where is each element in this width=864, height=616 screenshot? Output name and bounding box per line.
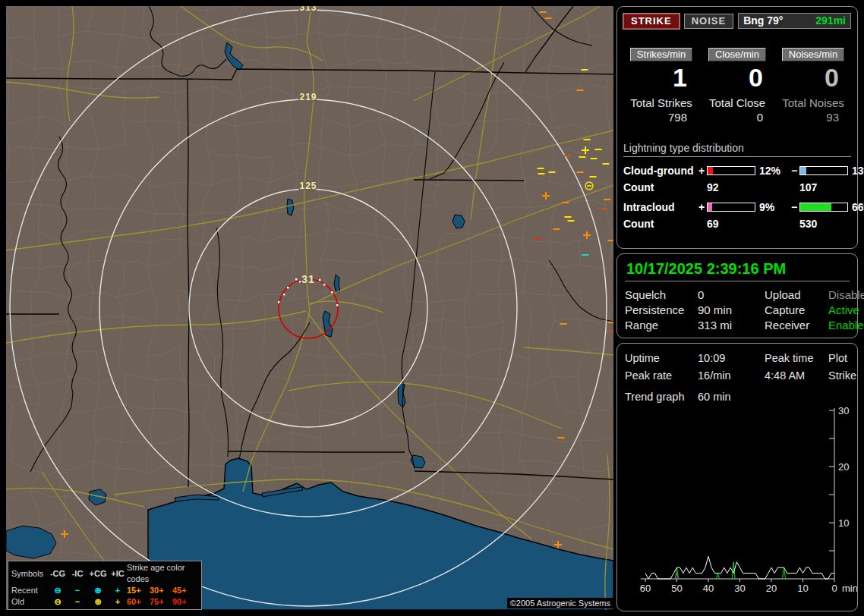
count-label: Count	[623, 218, 696, 230]
legend-glyph-neg-cg: ⊖	[48, 596, 68, 608]
legend-age-90: 90+	[172, 596, 195, 608]
noise-mode-button[interactable]: NOISE	[684, 14, 733, 29]
capture-label: Capture	[765, 303, 828, 318]
neg-cg-bar	[799, 166, 848, 175]
trend-chart: 1020306050403020100min	[625, 404, 857, 599]
capture-value: Active	[828, 303, 864, 318]
status-grid: Squelch 0 Upload Disabled Persistence 90…	[625, 288, 850, 333]
trend-graph-value: 60 min	[698, 391, 854, 403]
legend-age-label: Old	[11, 596, 48, 608]
total-strikes-label: Total Strikes	[623, 96, 699, 109]
trend-xtick-30: 30	[734, 583, 745, 594]
total-close-label: Total Close	[699, 96, 775, 109]
peak-time-value: 4:48 AM	[765, 367, 828, 385]
noises-per-min-button[interactable]: Noises/min	[782, 48, 844, 61]
strike-symbol	[549, 171, 556, 173]
legend-age-30: 30+	[150, 585, 172, 596]
peak-time-label: Peak time	[765, 350, 828, 367]
legend-age-title: Strike age color codes	[127, 562, 195, 585]
strike-symbol	[558, 437, 565, 438]
close-per-min-button[interactable]: Close/min	[708, 48, 766, 61]
total-noises-value: 93	[775, 111, 851, 124]
legend-row-old: Old⊖−⊕+60+75+90+	[11, 596, 198, 608]
strike-symbol	[538, 168, 544, 169]
strike-symbol	[564, 155, 571, 156]
strike-symbol	[560, 323, 567, 325]
strike-symbol	[590, 176, 597, 178]
bearing-distance: 291mi	[815, 14, 846, 27]
legend-col-neg-cg: -CG	[48, 568, 68, 580]
strike-mode-button[interactable]: STRIKE	[623, 14, 680, 29]
trend-xtick-50: 50	[671, 583, 682, 594]
status-panel: 10/17/2025 2:39:16 PM Squelch 0 Upload D…	[616, 253, 858, 338]
legend-glyph-pos-ic: +	[109, 596, 127, 608]
receiver-value: Enabled	[828, 318, 864, 333]
range-value: 313 mi	[698, 318, 765, 333]
strike-symbol	[577, 90, 584, 91]
trend-xtick-10: 10	[797, 583, 808, 594]
legend-glyph-pos-cg: ⊕	[87, 596, 109, 608]
peak-rate-label: Peak rate	[625, 367, 698, 385]
uptime-label: Uptime	[625, 350, 698, 367]
count-label: Count	[623, 181, 696, 193]
strike-symbol	[604, 199, 611, 200]
strike-symbol	[601, 208, 608, 209]
lightning-map[interactable]: 31321912531 Symbols -CG -IC +CG +IC Stri…	[6, 6, 613, 610]
distribution-title: Lightning type distribution	[623, 142, 851, 157]
bearing-readout: Bng 79° 291mi	[738, 13, 851, 29]
cloud-ground-count-row: Count 92 107	[623, 181, 851, 193]
bearing-label: Bng 79°	[743, 14, 783, 27]
plus-sign: +	[696, 165, 707, 177]
strike-symbol	[609, 331, 614, 332]
plus-sign: +	[696, 201, 707, 213]
legend-header: Symbols -CG -IC +CG +IC Strike age color…	[11, 562, 198, 585]
intracloud-label: Intracloud	[623, 201, 696, 213]
legend-glyph-pos-ic: +	[109, 585, 127, 596]
neg-ic-percent: 66%	[848, 201, 864, 213]
strike-symbol	[582, 254, 589, 256]
total-close-value: 0	[699, 111, 775, 124]
strike-symbol	[608, 240, 614, 241]
squelch-label: Squelch	[625, 288, 698, 303]
legend-col-neg-ic: -IC	[68, 568, 87, 580]
total-noises-label: Total Noises	[775, 96, 851, 109]
strike-symbol	[538, 173, 545, 174]
trend-x-unit: min	[842, 583, 857, 594]
legend-col-pos-ic: +IC	[109, 568, 127, 580]
strike-symbol	[591, 158, 598, 159]
legend-glyph-neg-ic: −	[68, 585, 87, 596]
neg-ic-count: 530	[799, 218, 848, 230]
strike-symbol	[579, 156, 586, 158]
strike-symbol	[563, 202, 569, 203]
cloud-ground-row: Cloud-ground + 12% − 13%	[623, 165, 851, 177]
plot-value: Strike	[828, 367, 856, 385]
map-canvas[interactable]: 31321912531	[6, 6, 613, 610]
trend-xtick-60: 60	[640, 583, 651, 594]
peak-rate-value: 16/min	[698, 367, 765, 385]
neg-cg-count: 107	[799, 181, 848, 193]
trend-graph-label: Trend graph	[625, 391, 698, 403]
legend-col-pos-cg: +CG	[87, 568, 109, 580]
minus-sign: −	[789, 165, 799, 177]
trend-ytick-30: 30	[838, 405, 849, 416]
pos-ic-count: 69	[707, 218, 755, 230]
strikes-per-min-button[interactable]: Strikes/min	[630, 48, 692, 61]
pos-ic-percent: 9%	[755, 201, 789, 213]
squelch-value: 0	[698, 288, 765, 303]
uptime-value: 10:09	[698, 350, 765, 367]
cloud-ground-label: Cloud-ground	[623, 165, 696, 177]
strike-symbol	[577, 171, 584, 173]
map-legend: Symbols -CG -IC +CG +IC Strike age color…	[8, 561, 202, 610]
trend-xtick-20: 20	[766, 583, 777, 594]
intracloud-row: Intracloud + 9% − 66%	[623, 201, 851, 213]
range-ring-label-219: 219	[299, 92, 317, 102]
legend-age-75: 75+	[150, 596, 172, 608]
divider	[625, 281, 850, 281]
trend-ytick-20: 20	[838, 461, 849, 473]
datetime-display: 10/17/2025 2:39:16 PM	[625, 259, 850, 281]
legend-age-15: 15+	[127, 585, 150, 596]
legend-age-45: 45+	[172, 585, 195, 596]
strike-symbol	[608, 322, 614, 323]
pos-cg-bar	[707, 166, 755, 175]
pos-ic-bar	[707, 203, 755, 212]
